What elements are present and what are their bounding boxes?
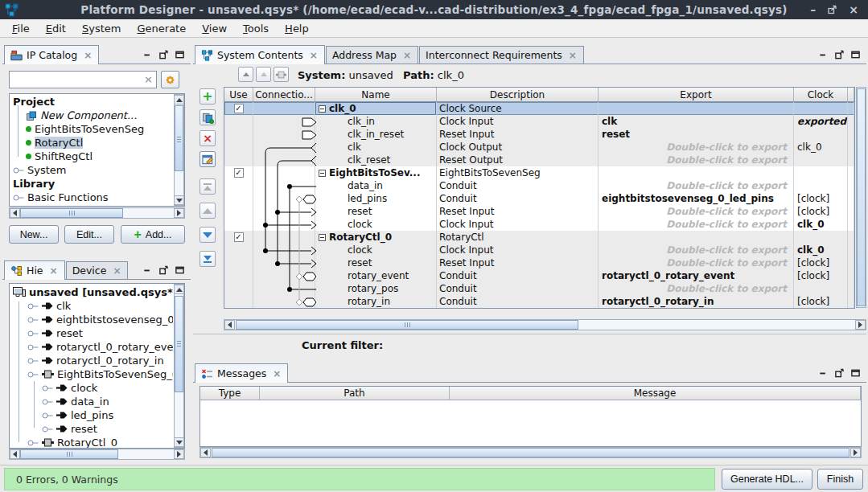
export-cell[interactable]: rotaryctl_0_rotary_event (599, 269, 794, 282)
clock-cell[interactable]: clk_0 (794, 218, 848, 231)
clock-cell[interactable] (794, 154, 848, 166)
system-row-rotary-event[interactable]: rotary_eventConduitrotaryctl_0_rotary_ev… (224, 269, 854, 282)
scroll-up-icon[interactable] (176, 98, 183, 102)
ip-tree-item-library[interactable]: Library (11, 177, 173, 191)
ip-tree-vscroll-thumb[interactable] (175, 105, 183, 171)
system-row-eightbitstosev[interactable]: ✓EightBitsToSev...EightBitsToSevenSeg (224, 166, 854, 179)
hierarchy-item-reset[interactable]: reset (11, 326, 173, 340)
panel-maximize-icon[interactable] (175, 265, 185, 275)
connections-graph[interactable] (254, 103, 316, 309)
contents-tab-system-contents[interactable]: System Contents× (195, 45, 325, 64)
clock-cell[interactable] (794, 102, 848, 115)
panel-maximize-icon[interactable] (175, 50, 185, 59)
clock-cell[interactable] (794, 166, 848, 179)
tab-close-icon[interactable]: × (310, 50, 318, 61)
table-vscrollbar[interactable] (856, 87, 866, 308)
panel-maximize-icon[interactable] (850, 368, 861, 378)
system-row-rotaryctl-0[interactable]: ✓RotaryCtl_0RotaryCtl (224, 231, 854, 244)
contents-tab-interconnect-requirements[interactable]: Interconnect Requirements× (419, 46, 584, 64)
scroll-left-icon[interactable] (228, 322, 232, 328)
export-cell[interactable]: clk (599, 115, 794, 128)
ip-tree-hscrollbar[interactable] (9, 207, 185, 219)
hierarchy-item-unsaved-unsaved-qsys[interactable]: unsaved [unsaved.qsys*] (11, 285, 173, 299)
ip-tree-item-dsp[interactable]: DSP (11, 204, 173, 207)
hierarchy-item-clock[interactable]: clock (11, 381, 173, 395)
messages-column-path[interactable]: Path (260, 387, 450, 400)
nav-system-button[interactable] (274, 67, 289, 82)
export-cell[interactable]: Double-click to export (599, 218, 794, 231)
system-row-clk[interactable]: clkClock OutputDouble-click to exportclk… (224, 141, 854, 154)
system-row-rotary-pos[interactable]: rotary_posConduitDouble-click to export (224, 282, 854, 295)
export-cell[interactable]: rotaryctl_0_rotary_in (599, 295, 794, 308)
hierarchy-item-eightbitstosevenseg-0-led-pins[interactable]: eightbitstosevenseg_0_led_pins (11, 313, 173, 326)
add-row-button[interactable]: + (200, 88, 216, 105)
collapse-icon[interactable] (319, 234, 326, 241)
hierarchy-item-clk[interactable]: clk (11, 299, 173, 313)
ip-tree-item-new-component[interactable]: New Component... (11, 109, 173, 122)
export-cell[interactable] (599, 166, 794, 179)
ip-tree-vscrollbar[interactable] (174, 94, 184, 206)
tab-close-icon[interactable]: × (113, 265, 121, 277)
hierarchy-item-rotaryctl-0[interactable]: RotaryCtl_0 (11, 436, 173, 449)
menu-item-view[interactable]: View (195, 21, 234, 36)
nav-parent-button[interactable] (256, 67, 271, 82)
hierarchy-vscroll-thumb[interactable] (175, 296, 183, 392)
window-minimize-button[interactable]: – (810, 4, 816, 15)
clock-cell[interactable]: [clock] (794, 205, 848, 218)
nav-up-button[interactable] (238, 67, 253, 82)
panel-minimize-icon[interactable] (818, 50, 829, 59)
ip-tree-item-shiftregctl[interactable]: ShiftRegCtl (11, 150, 173, 163)
column-header-clock[interactable]: Clock (794, 88, 848, 101)
export-cell[interactable]: Double-click to export (599, 154, 794, 166)
export-cell[interactable]: Double-click to export (599, 256, 794, 269)
menu-item-help[interactable]: Help (278, 21, 316, 36)
messages-hscroll-thumb[interactable] (212, 448, 849, 457)
clock-cell[interactable]: [clock] (794, 269, 848, 282)
export-cell[interactable] (599, 231, 794, 244)
ip-tree-item-rotaryctl[interactable]: RotaryCtl (11, 136, 173, 150)
panel-maximize-icon[interactable] (850, 50, 861, 59)
scroll-left-icon[interactable] (13, 210, 17, 216)
search-clear-icon[interactable]: × (144, 73, 153, 85)
generate-hdl-button[interactable]: Generate HDL... (722, 469, 812, 490)
export-cell[interactable] (599, 102, 794, 115)
clock-cell[interactable] (794, 231, 848, 244)
menu-item-system[interactable]: System (75, 21, 129, 36)
clock-cell[interactable]: [clock] (794, 256, 848, 269)
contents-tab-address-map[interactable]: Address Map× (326, 46, 418, 64)
collapse-icon[interactable] (319, 105, 326, 113)
export-cell[interactable]: Double-click to export (599, 141, 794, 154)
tab-close-icon[interactable]: × (50, 265, 58, 277)
clock-cell[interactable]: [clock] (794, 295, 848, 308)
system-row-data-in[interactable]: data_inConduitDouble-click to export (224, 179, 854, 192)
column-header-name[interactable]: Name (315, 88, 437, 101)
ip-tree-hscroll-thumb[interactable] (20, 208, 123, 218)
export-cell[interactable]: eightbitstosevenseg_0_led_pins (599, 192, 794, 205)
hierarchy-item-led-pins[interactable]: led_pins (11, 408, 173, 422)
system-row-clk-in[interactable]: clk_inClock Inputclkexported (224, 115, 854, 128)
move-bottom-button[interactable] (200, 251, 216, 267)
scroll-left-icon[interactable] (204, 449, 208, 456)
window-close-button[interactable]: × (849, 4, 858, 15)
clock-cell[interactable]: exported (794, 115, 848, 128)
hierarchy-item-data-in[interactable]: data_in (11, 395, 173, 408)
messages-hscrollbar[interactable] (200, 447, 862, 458)
hierarchy-item-rotaryctl-0-rotary-event[interactable]: rotaryctl_0_rotary_event (11, 340, 173, 354)
tab-close-icon[interactable]: × (403, 50, 411, 61)
ip-tree-item-system[interactable]: System (11, 163, 173, 177)
tab-close-icon[interactable]: × (84, 50, 92, 61)
messages-column-type[interactable]: Type (200, 387, 260, 400)
new-component-button[interactable]: New... (9, 225, 59, 244)
ip-settings-button[interactable] (161, 71, 179, 88)
hierarchy-vscrollbar[interactable] (174, 284, 184, 448)
edit-component-button[interactable]: Edit... (64, 225, 114, 244)
clock-cell[interactable]: clk_0 (794, 141, 848, 154)
system-row-rotary-in[interactable]: rotary_inConduitrotaryctl_0_rotary_in[cl… (224, 295, 854, 308)
system-row-reset[interactable]: resetReset InputDouble-click to export[c… (224, 205, 854, 218)
messages-tab-messages[interactable]: Messages× (195, 363, 288, 383)
clock-cell[interactable] (794, 179, 848, 192)
use-checkbox[interactable]: ✓ (234, 104, 244, 113)
clock-cell[interactable]: [clock] (794, 192, 848, 205)
remove-button[interactable]: × (200, 130, 216, 146)
column-header-use[interactable]: Use (224, 88, 253, 101)
